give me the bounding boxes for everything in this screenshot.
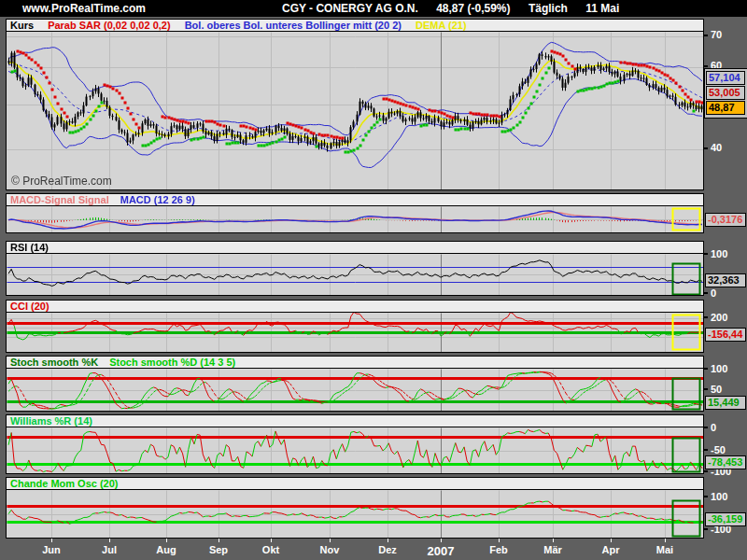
time-axis-tick: [499, 539, 500, 542]
williams-canvas[interactable]: [7, 427, 703, 473]
price-axis-tick: [704, 35, 708, 36]
dema-label: DEMA (21): [416, 20, 467, 31]
time-axis-month-label: Mai: [656, 544, 673, 555]
chande-canvas[interactable]: [7, 490, 703, 538]
cci-axis-label: 200: [711, 312, 727, 323]
last-price-and-change: 48,87 (-0,59%): [436, 2, 510, 15]
bollinger-upper-tag: 57,104: [706, 71, 745, 85]
prorealtime-chart-window: www.ProRealTime.com CGY - CONERGY AG O.N…: [0, 0, 747, 560]
time-axis-tick: [553, 539, 554, 542]
time-axis-tick: [218, 539, 219, 542]
macd-panel: MACD-Signal SignalMACD (12 26 9): [6, 193, 704, 233]
williams-panel: Williams %R (14): [6, 414, 704, 474]
rsi-axis-tick: [704, 292, 708, 294]
stoch-axis-tick: [704, 388, 708, 390]
rsi-panel: RSI (14): [6, 241, 704, 296]
rsi-canvas[interactable]: [7, 254, 703, 295]
time-axis-month-label: Apr: [602, 544, 620, 555]
time-axis-month-label: Nov: [320, 544, 340, 555]
stochastic-panel: Stoch smooth %KStoch smooth %D (14 3 5): [6, 356, 704, 412]
time-axis-tick: [166, 539, 167, 542]
title-bar: www.ProRealTime.com CGY - CONERGY AG O.N…: [0, 0, 747, 17]
cmo-label: Chande Mom Osc (20): [10, 478, 119, 489]
time-axis-tick: [441, 539, 442, 542]
cci-value-tag: -156,44: [705, 328, 746, 342]
rsi-axis-tick: [704, 253, 708, 255]
time-axis-month-label: Okt: [262, 544, 279, 555]
wil-axis-label: -50: [711, 444, 726, 455]
macd-label: MACD-Signal Signal: [10, 194, 109, 205]
macd-value-tag: -0,3176: [705, 213, 746, 227]
price-axis-label: 70: [711, 29, 722, 40]
cci-label: CCI (20): [10, 301, 49, 312]
wil-axis-tick: [704, 470, 708, 472]
time-axis-tick: [271, 539, 272, 542]
price-panel-header: Kurs Parab SAR (0,02 0,02 0,2) Bol. ober…: [7, 20, 703, 32]
cmo-axis-label: 100: [711, 491, 727, 502]
psar-tag: 53,005: [706, 86, 745, 100]
time-axis-month-label: Feb: [489, 544, 508, 555]
last-price-tag: 48,87: [706, 101, 745, 115]
brand-text: www.ProRealTime.com: [22, 0, 146, 17]
macd-label: MACD (12 26 9): [120, 194, 195, 205]
stoch-axis-label: 100: [711, 363, 727, 374]
time-axis-tick: [330, 539, 331, 542]
time-axis-month-label: Mär: [543, 544, 562, 555]
time-axis-month-label: 2007: [428, 544, 455, 558]
stoch-value-tag: 15,449: [705, 396, 746, 410]
stochastic-canvas[interactable]: [7, 369, 703, 411]
macd-panel-header: MACD-Signal SignalMACD (12 26 9): [7, 194, 703, 206]
cmo-value-tag: -36,159: [705, 512, 746, 526]
value-axis-gutter: 70604057,10453,00548,87-0,3176100032,363…: [704, 0, 747, 560]
wil-value-tag: -78,453: [705, 455, 746, 469]
time-axis-month-label: Dez: [378, 544, 397, 555]
price-axis-tick: [704, 147, 708, 149]
rsi-value-tag: 32,363: [705, 273, 746, 287]
price-axis-label: 40: [711, 142, 722, 153]
time-axis-tick: [109, 539, 110, 542]
price-axis-tick: [704, 65, 708, 67]
time-axis-tick: [665, 539, 666, 542]
time-axis-month-label: Sep: [209, 544, 228, 555]
wil-label: Williams %R (14): [10, 415, 92, 427]
parabolic-sar-label: Parab SAR (0,02 0,02 0,2): [48, 20, 170, 31]
price-chart-canvas[interactable]: [7, 32, 703, 189]
stoch-label: Stoch smooth %K: [10, 357, 98, 368]
cci-panel-header: CCI (20): [7, 301, 703, 313]
time-axis-tick: [611, 539, 612, 542]
instrument-name: CGY - CONERGY AG O.N.: [282, 2, 418, 15]
stoch-axis-label: 50: [711, 384, 722, 395]
cci-canvas[interactable]: [7, 313, 703, 352]
time-axis-tick: [51, 539, 52, 542]
time-axis-month-label: Jul: [102, 544, 117, 555]
wil-axis-label: 0: [711, 422, 716, 433]
williams-panel-header: Williams %R (14): [7, 415, 703, 427]
cci-panel: CCI (20): [6, 300, 704, 353]
wil-axis-tick: [704, 427, 708, 428]
chande-panel-header: Chande Mom Osc (20): [7, 478, 703, 490]
rsi-panel-header: RSI (14): [7, 242, 703, 254]
price-panel: Kurs Parab SAR (0,02 0,02 0,2) Bol. ober…: [6, 19, 704, 190]
stoch-label: Stoch smooth %D (14 3 5): [109, 357, 235, 368]
time-axis-month-label: Aug: [156, 544, 176, 555]
cci-axis-tick: [704, 316, 708, 318]
time-axis: JunJulAugSepOktNovDez2007FebMärAprMai: [0, 539, 747, 560]
watermark: © ProRealTime.com: [11, 175, 112, 188]
date-label: 11 Mai: [585, 2, 619, 15]
rsi-label: RSI (14): [10, 242, 49, 253]
wil-axis-tick: [704, 449, 708, 451]
cmo-axis-tick: [704, 528, 708, 530]
cmo-axis-tick: [704, 496, 708, 497]
stoch-axis-tick: [704, 368, 708, 370]
instrument-info: CGY - CONERGY AG O.N. 48,87 (-0,59%) Täg…: [282, 0, 634, 17]
kurs-label: Kurs: [10, 20, 34, 31]
time-axis-tick: [388, 539, 388, 542]
timeframe-label: Täglich: [529, 2, 568, 15]
macd-canvas[interactable]: [7, 206, 703, 232]
rsi-axis-label: 0: [711, 287, 716, 299]
stochastic-panel-header: Stoch smooth %KStoch smooth %D (14 3 5): [7, 357, 703, 369]
chande-panel: Chande Mom Osc (20): [6, 477, 704, 539]
rsi-axis-label: 100: [711, 248, 727, 259]
time-axis-month-label: Jun: [42, 544, 61, 555]
bollinger-label: Bol. oberes Bol. unteres Bollinger mitt …: [185, 20, 402, 31]
